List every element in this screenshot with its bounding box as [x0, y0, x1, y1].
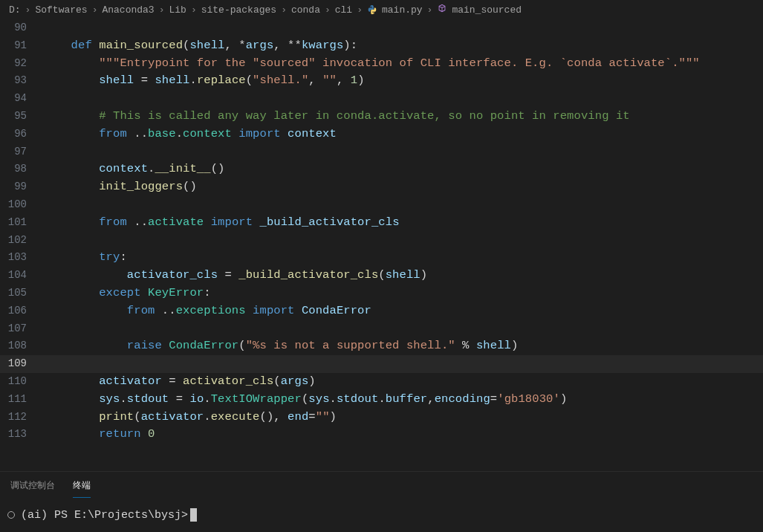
- chevron-right-icon: ›: [325, 4, 331, 16]
- panel-tabs: 调试控制台 终端: [0, 472, 763, 498]
- line-number: 110: [0, 373, 43, 391]
- code-line: from ..base.context import context: [43, 126, 337, 143]
- crumb-drive[interactable]: D:: [9, 4, 21, 16]
- crumb-folder[interactable]: Lib: [169, 4, 186, 16]
- line-number: 94: [0, 90, 43, 108]
- symbol-method-icon: [437, 3, 447, 16]
- line-number: 95: [0, 108, 43, 126]
- chevron-right-icon: ›: [25, 4, 31, 16]
- bottom-panel: 调试控制台 终端 (ai) PS E:\Projects\bysj>: [0, 471, 763, 532]
- terminal-cursor: [190, 508, 197, 522]
- code-line: from ..activate import _build_activator_…: [43, 214, 400, 232]
- code-line: print(activator.execute(), end=""): [43, 409, 337, 426]
- code-line: """Entrypoint for the "sourced" invocati…: [43, 55, 700, 73]
- line-number: 105: [0, 285, 43, 302]
- line-number: 106: [0, 302, 43, 320]
- line-number: 92: [0, 55, 43, 73]
- line-number: 103: [0, 249, 43, 267]
- line-number: 104: [0, 267, 43, 285]
- chevron-right-icon: ›: [92, 4, 98, 16]
- code-editor[interactable]: 90 91 def main_sourced(shell, *args, **k…: [0, 19, 763, 471]
- chevron-right-icon: ›: [281, 4, 287, 16]
- terminal[interactable]: (ai) PS E:\Projects\bysj>: [0, 498, 763, 532]
- code-line: context.__init__(): [43, 160, 224, 178]
- chevron-right-icon: ›: [427, 4, 433, 16]
- line-number: 112: [0, 409, 43, 426]
- line-number: 108: [0, 337, 43, 355]
- line-number: 101: [0, 214, 43, 232]
- line-number: 111: [0, 391, 43, 409]
- code-line: from ..exceptions import CondaError: [43, 302, 371, 320]
- code-line: activator_cls = _build_activator_cls(she…: [43, 267, 427, 285]
- code-line: shell = shell.replace("shell.", "", 1): [43, 72, 365, 90]
- chevron-right-icon: ›: [357, 4, 363, 16]
- code-line: sys.stdout = io.TextIOWrapper(sys.stdout…: [43, 391, 567, 409]
- terminal-prompt: (ai) PS E:\Projects\bysj>: [21, 509, 188, 522]
- line-number: 91: [0, 37, 43, 55]
- line-number: 97: [0, 143, 43, 161]
- line-number: 102: [0, 232, 43, 250]
- line-number: 98: [0, 160, 43, 178]
- crumb-folder[interactable]: site-packages: [201, 4, 276, 16]
- crumb-file[interactable]: main.py: [382, 4, 423, 16]
- code-line: # This is called any way later in conda.…: [43, 108, 630, 126]
- line-number: 107: [0, 320, 43, 338]
- line-number: 100: [0, 196, 43, 214]
- breadcrumb: D: › Softwares › Anaconda3 › Lib › site-…: [0, 0, 763, 19]
- line-number: 113: [0, 426, 43, 444]
- crumb-folder[interactable]: cli: [335, 4, 352, 16]
- python-file-icon: [367, 4, 377, 15]
- code-line: try:: [43, 249, 127, 267]
- code-line: init_loggers(): [43, 178, 197, 196]
- code-line: def main_sourced(shell, *args, **kwargs)…: [43, 37, 357, 55]
- chevron-right-icon: ›: [159, 4, 165, 16]
- crumb-symbol[interactable]: main_sourced: [452, 4, 522, 16]
- code-line: raise CondaError("%s is not a supported …: [43, 337, 518, 355]
- line-number: 99: [0, 178, 43, 196]
- crumb-folder[interactable]: Softwares: [35, 4, 87, 16]
- code-line: return 0: [43, 426, 155, 444]
- line-number: 93: [0, 72, 43, 90]
- code-line: except KeyError:: [43, 285, 211, 302]
- code-line: activator = activator_cls(args): [43, 373, 316, 391]
- chevron-right-icon: ›: [191, 4, 197, 16]
- line-number: 90: [0, 19, 43, 37]
- tab-debug-console[interactable]: 调试控制台: [10, 476, 55, 498]
- line-number: 96: [0, 126, 43, 143]
- line-number: 109: [0, 355, 43, 373]
- crumb-folder[interactable]: conda: [291, 4, 320, 16]
- circle-icon: [7, 511, 15, 519]
- tab-terminal[interactable]: 终端: [73, 476, 91, 498]
- crumb-folder[interactable]: Anaconda3: [102, 4, 154, 16]
